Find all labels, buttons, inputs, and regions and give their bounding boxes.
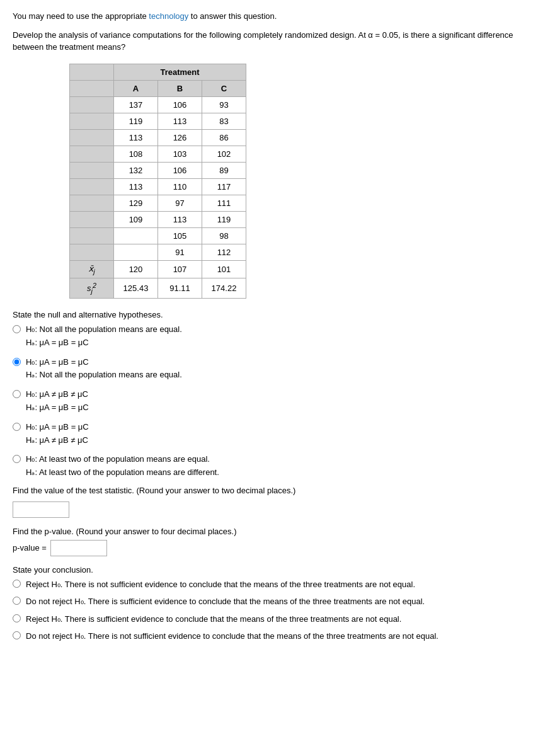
hypothesis-radio-4[interactable]	[13, 423, 21, 431]
hypothesis-radio-3[interactable]	[13, 390, 21, 398]
hypothesis-radio-5[interactable]	[13, 455, 21, 463]
table-cell: 83	[202, 113, 246, 129]
hypothesis-line-5-2: Hₐ: At least two of the population means…	[26, 466, 219, 479]
row-label-empty	[70, 244, 114, 260]
hypothesis-option-2: H₀: μA = μB = μCHₐ: Not all the populati…	[13, 356, 525, 382]
table-cell: 98	[202, 227, 246, 244]
table-cell: 102	[202, 146, 246, 162]
hypothesis-option-4: H₀: μA = μB = μCHₐ: μA ≠ μB ≠ μC	[13, 421, 525, 447]
pvalue-row: p-value =	[13, 540, 525, 556]
table-row: 91112	[70, 244, 246, 260]
conclusion-option-4: Do not reject H₀. There is not sufficien…	[13, 630, 525, 643]
hypothesis-line-1-1: H₀: Not all the population means are equ…	[26, 323, 182, 336]
data-table-container: Treatment A B C 137106931191138311312686…	[13, 64, 525, 299]
table-row: 13710693	[70, 96, 246, 113]
develop-paragraph: Develop the analysis of variance computa…	[13, 29, 525, 54]
pvalue-label: Find the p-value. (Round your answer to …	[13, 527, 525, 536]
table-row: 11312686	[70, 129, 246, 146]
variance-row: sj2125.4391.11174.22	[70, 278, 246, 299]
col-header-b: B	[158, 80, 202, 96]
hypothesis-option-3: H₀: μA ≠ μB ≠ μCHₐ: μA = μB = μC	[13, 388, 525, 415]
table-cell: 106	[158, 96, 202, 113]
mean-value: 120	[114, 260, 158, 278]
mean-row: x̄j120107101	[70, 260, 246, 278]
conclusion-text-1: Reject H₀. There is not sufficient evide…	[26, 578, 415, 591]
variance-label: sj2	[70, 278, 114, 299]
test-stat-label: Find the value of the test statistic. (R…	[13, 486, 525, 495]
treatment-table: Treatment A B C 137106931191138311312686…	[69, 64, 246, 299]
table-cell: 113	[114, 178, 158, 195]
tech-link[interactable]: technology	[149, 11, 188, 21]
hypothesis-line-3-1: H₀: μA ≠ μB ≠ μC	[26, 388, 89, 401]
table-cell	[114, 244, 158, 260]
table-cell: 109	[114, 211, 158, 227]
conclusion-radio-1[interactable]	[13, 580, 21, 588]
hypothesis-radio-1[interactable]	[13, 325, 21, 333]
table-cell: 110	[158, 178, 202, 195]
hypothesis-radio-2[interactable]	[13, 358, 21, 366]
test-stat-input-row	[13, 501, 525, 518]
conclusion-radio-3[interactable]	[13, 614, 21, 622]
table-cell: 91	[158, 244, 202, 260]
intro-after-link: to answer this question.	[188, 11, 277, 21]
col-header-c: C	[202, 80, 246, 96]
table-cell: 132	[114, 162, 158, 178]
conclusion-container: Reject H₀. There is not sufficient evide…	[13, 578, 525, 643]
conclusion-text-2: Do not reject H₀. There is sufficient ev…	[26, 595, 425, 608]
table-cell: 97	[158, 195, 202, 211]
variance-value: 174.22	[202, 278, 246, 299]
table-row: 12997111	[70, 195, 246, 211]
row-label-empty	[70, 113, 114, 129]
table-row: 109113119	[70, 211, 246, 227]
hypothesis-option-1: H₀: Not all the population means are equ…	[13, 323, 525, 350]
table-cell: 119	[114, 113, 158, 129]
table-row: 13210689	[70, 162, 246, 178]
table-cell: 137	[114, 96, 158, 113]
pvalue-prefix: p-value =	[13, 543, 47, 553]
table-cell: 111	[202, 195, 246, 211]
hypothesis-block-2: H₀: μA = μB = μCHₐ: Not all the populati…	[26, 356, 182, 382]
col-header-a: A	[114, 80, 158, 96]
hypotheses-container: H₀: Not all the population means are equ…	[13, 323, 525, 479]
mean-value: 101	[202, 260, 246, 278]
table-cell: 86	[202, 129, 246, 146]
table-cell: 117	[202, 178, 246, 195]
mean-value: 107	[158, 260, 202, 278]
table-cell: 103	[158, 146, 202, 162]
conclusion-text-4: Do not reject H₀. There is not sufficien…	[26, 630, 438, 643]
mean-label: x̄j	[70, 260, 114, 278]
row-label-empty	[70, 162, 114, 178]
conclusion-label: State your conclusion.	[13, 565, 525, 575]
hypothesis-line-3-2: Hₐ: μA = μB = μC	[26, 401, 89, 415]
table-row: 10598	[70, 227, 246, 244]
hypothesis-line-5-1: H₀: At least two of the population means…	[26, 453, 219, 466]
row-spacer-header	[70, 80, 114, 96]
hypothesis-option-5: H₀: At least two of the population means…	[13, 453, 525, 479]
hypothesis-block-4: H₀: μA = μB = μCHₐ: μA ≠ μB ≠ μC	[26, 421, 89, 447]
row-label-empty	[70, 227, 114, 244]
variance-value: 125.43	[114, 278, 158, 299]
table-cell: 113	[158, 211, 202, 227]
table-cell: 113	[158, 113, 202, 129]
hypothesis-line-2-2: Hₐ: Not all the population means are equ…	[26, 369, 182, 382]
hypothesis-line-4-1: H₀: μA = μB = μC	[26, 421, 89, 434]
conclusion-radio-2[interactable]	[13, 597, 21, 605]
row-label-empty	[70, 178, 114, 195]
empty-corner	[70, 64, 114, 80]
variance-value: 91.11	[158, 278, 202, 299]
conclusion-option-2: Do not reject H₀. There is sufficient ev…	[13, 595, 525, 608]
table-cell: 89	[202, 162, 246, 178]
pvalue-input[interactable]	[50, 540, 107, 556]
hypotheses-label: State the null and alternative hypothese…	[13, 310, 525, 319]
table-cell: 129	[114, 195, 158, 211]
conclusion-radio-4[interactable]	[13, 631, 21, 639]
treatment-header: Treatment	[114, 64, 246, 80]
conclusion-option-1: Reject H₀. There is not sufficient evide…	[13, 578, 525, 591]
test-stat-input[interactable]	[13, 501, 69, 518]
table-cell	[114, 227, 158, 244]
row-label-empty	[70, 195, 114, 211]
table-row: 113110117	[70, 178, 246, 195]
table-cell: 106	[158, 162, 202, 178]
table-cell: 126	[158, 129, 202, 146]
row-label-empty	[70, 96, 114, 113]
